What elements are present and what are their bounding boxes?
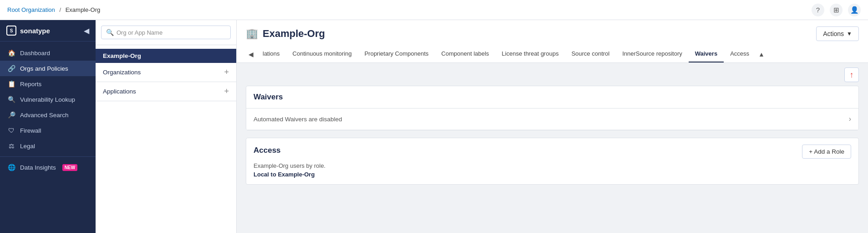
access-section: Access + Add a Role Example-Org users by… — [246, 138, 858, 184]
sidebar-collapse-button[interactable]: ◀ — [84, 26, 89, 35]
page-title-row: 🏢 Example-Org — [246, 28, 325, 40]
top-bar-icons: ? ⊞ 👤 — [812, 4, 861, 16]
search-input[interactable] — [117, 29, 226, 36]
logo-text: S sonatype — [6, 26, 50, 36]
sidebar-item-label: Data Insights — [20, 164, 56, 171]
sidebar-nav: 🏠 Dashboard 🔗 Orgs and Policies 📋 Report… — [0, 41, 96, 233]
sidebar-divider — [0, 156, 96, 157]
sidebar: S sonatype ◀ 🏠 Dashboard 🔗 Orgs and Poli… — [0, 20, 96, 233]
sidebar-item-advanced-search[interactable]: 🔎 Advanced Search — [0, 107, 96, 123]
search-input-wrap: 🔍 — [101, 26, 231, 39]
top-bar: Root Organization / Example-Org ? ⊞ 👤 — [0, 0, 868, 20]
tabs-row: ◀ lations Continuous monitoring Propriet… — [246, 46, 859, 62]
sidebar-item-legal[interactable]: ⚖ Legal — [0, 138, 96, 154]
sidebar-item-orgs-policies[interactable]: 🔗 Orgs and Policies — [0, 61, 96, 76]
access-local-label: Local to Example-Org — [254, 171, 851, 178]
content-area: 🔍 Example-Org Organizations + Applicatio… — [96, 20, 868, 233]
tab-access[interactable]: Access — [724, 46, 756, 62]
help-icon[interactable]: ? — [812, 4, 824, 16]
sidebar-item-dashboard[interactable]: 🏠 Dashboard — [0, 45, 96, 61]
search-icon: 🔍 — [106, 29, 114, 36]
tab-component-labels[interactable]: Component labels — [435, 46, 496, 62]
breadcrumb: Root Organization / Example-Org — [7, 6, 812, 13]
tab-waivers[interactable]: Waivers — [689, 46, 724, 62]
grid-icon[interactable]: ⊞ — [830, 4, 843, 16]
access-card: Access + Add a Role Example-Org users by… — [246, 138, 859, 185]
left-panel: 🔍 Example-Org Organizations + Applicatio… — [96, 20, 237, 233]
main-content: ↑ Waivers Automated Waivers are disabled… — [237, 63, 868, 233]
right-header-top: 🏢 Example-Org Actions ▼ — [246, 26, 859, 41]
sidebar-item-label: Firewall — [20, 127, 41, 134]
logo-label: sonatype — [20, 27, 50, 35]
tab-license-threat-groups[interactable]: License threat groups — [495, 46, 565, 62]
tree-group-applications: Applications + — [96, 82, 236, 101]
page-title-icon: 🏢 — [246, 28, 258, 40]
tree-group-applications-expand-icon[interactable]: + — [224, 87, 229, 96]
tree-group-organizations-header[interactable]: Organizations + — [96, 63, 236, 82]
sidebar-item-label: Legal — [20, 143, 35, 150]
sidebar-item-label: Reports — [20, 81, 41, 88]
tab-source-control[interactable]: Source control — [565, 46, 616, 62]
tab-scroll-left-arrow[interactable]: ◀ — [246, 47, 256, 62]
dashboard-icon: 🏠 — [7, 49, 15, 57]
scroll-to-top-button[interactable]: ↑ — [844, 67, 859, 82]
tree-selected-item[interactable]: Example-Org — [96, 49, 236, 63]
sidebar-item-label: Advanced Search — [20, 112, 69, 119]
actions-button[interactable]: Actions ▼ — [816, 26, 859, 41]
breadcrumb-current: Example-Org — [66, 6, 101, 13]
tab-proprietary-components[interactable]: Proprietary Components — [358, 46, 435, 62]
data-insights-icon: 🌐 — [7, 164, 15, 171]
search-box: 🔍 — [96, 20, 236, 45]
tree-group-applications-label: Applications — [103, 88, 136, 95]
tree-group-organizations-label: Organizations — [103, 69, 141, 76]
breadcrumb-root-link[interactable]: Root Organization — [7, 6, 55, 13]
tree-group-organizations-expand-icon[interactable]: + — [224, 67, 229, 77]
sidebar-logo: S sonatype ◀ — [0, 20, 96, 41]
user-icon[interactable]: 👤 — [848, 4, 861, 16]
access-section-title: Access — [254, 146, 281, 155]
logo-icon: S — [6, 26, 16, 36]
tab-violations[interactable]: lations — [256, 46, 286, 62]
actions-chevron-icon: ▼ — [847, 31, 852, 37]
sidebar-item-label: Orgs and Policies — [20, 65, 68, 72]
waivers-automated-row[interactable]: Automated Waivers are disabled › — [246, 109, 858, 130]
legal-icon: ⚖ — [7, 142, 15, 150]
sidebar-item-label: Dashboard — [20, 50, 50, 57]
sidebar-item-reports[interactable]: 📋 Reports — [0, 76, 96, 92]
firewall-icon: 🛡 — [7, 127, 15, 134]
advanced-search-icon: 🔎 — [7, 111, 15, 119]
sidebar-item-label: Vulnerability Lookup — [20, 96, 75, 103]
reports-icon: 📋 — [7, 80, 15, 88]
waivers-card-header: Waivers — [246, 86, 858, 109]
tab-scroll-right-arrow[interactable]: ▲ — [756, 47, 767, 62]
page-title: Example-Org — [263, 28, 325, 40]
waivers-row-arrow-icon: › — [849, 115, 851, 123]
actions-label: Actions — [823, 30, 844, 37]
new-badge: NEW — [62, 164, 77, 171]
sidebar-item-firewall[interactable]: 🛡 Firewall — [0, 123, 96, 138]
vulnerability-icon: 🔍 — [7, 96, 15, 103]
tab-continuous-monitoring[interactable]: Continuous monitoring — [286, 46, 358, 62]
waivers-card: Waivers Automated Waivers are disabled › — [246, 86, 859, 130]
orgs-icon: 🔗 — [7, 65, 15, 72]
sidebar-item-vulnerability[interactable]: 🔍 Vulnerability Lookup — [0, 92, 96, 107]
automated-waivers-text: Automated Waivers are disabled — [254, 116, 342, 123]
waivers-section-title: Waivers — [254, 93, 283, 102]
right-panel: 🏢 Example-Org Actions ▼ ◀ lations Contin… — [237, 20, 868, 233]
tab-innersource-repository[interactable]: InnerSource repository — [616, 46, 689, 62]
access-subtitle: Example-Org users by role. — [254, 162, 851, 169]
tree-area: Example-Org Organizations + Applications… — [96, 45, 236, 233]
breadcrumb-separator: / — [59, 6, 61, 13]
add-role-button[interactable]: + Add a Role — [802, 145, 851, 159]
scroll-to-top-icon: ↑ — [850, 70, 854, 80]
sidebar-item-data-insights[interactable]: 🌐 Data Insights NEW — [0, 160, 96, 175]
main-layout: S sonatype ◀ 🏠 Dashboard 🔗 Orgs and Poli… — [0, 20, 868, 233]
right-header: 🏢 Example-Org Actions ▼ ◀ lations Contin… — [237, 20, 868, 63]
tree-group-applications-header[interactable]: Applications + — [96, 82, 236, 101]
tree-group-organizations: Organizations + — [96, 63, 236, 82]
